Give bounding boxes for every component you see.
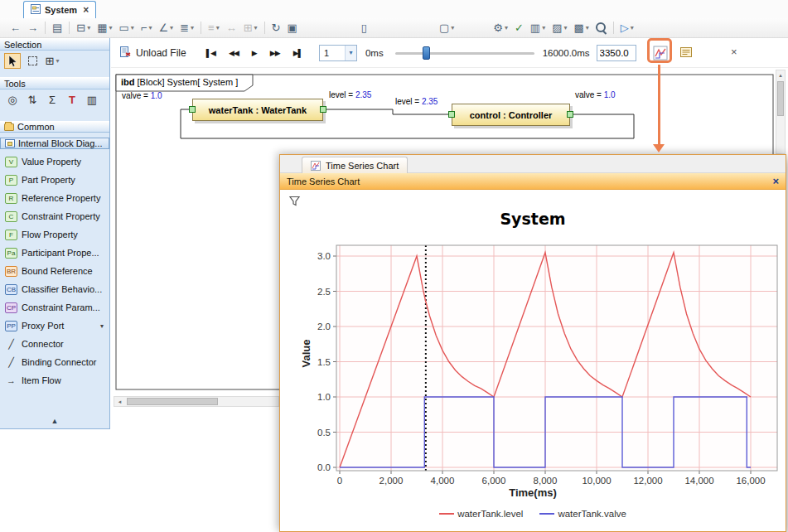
palette-item-bound-reference[interactable]: BRBound Reference: [0, 262, 109, 280]
palette-item-binding-connector[interactable]: ╱Binding Connector: [0, 353, 109, 371]
pattern-icon[interactable]: ▨▾: [549, 20, 569, 36]
skip-to-start-button[interactable]: ▌◀: [200, 46, 222, 60]
x-tick-label: 2,000: [379, 476, 404, 486]
paste-icon[interactable]: ▯: [359, 20, 370, 36]
palette-item-part-property[interactable]: PPart Property: [0, 171, 109, 189]
palette-item-value-property[interactable]: VValue Property: [0, 152, 109, 171]
palette-group-common[interactable]: Common: [0, 121, 109, 133]
marquee-tool-icon[interactable]: [24, 53, 41, 69]
value-label-valve-right: valve = 1.0: [575, 90, 616, 99]
horizontal-scrollbar-thumb[interactable]: [127, 398, 218, 405]
chevron-down-icon: ▾: [56, 57, 59, 65]
palette-item-icon: F: [5, 230, 17, 240]
connector-level[interactable]: [323, 109, 448, 114]
document-tab-bar: System ×: [0, 0, 788, 18]
palette-item-constraint-property[interactable]: CConstraint Property: [0, 207, 109, 225]
text-tool-icon[interactable]: T: [64, 92, 80, 108]
simulation-close-button[interactable]: ×: [731, 46, 737, 58]
speed-select[interactable]: 1 ▾: [319, 45, 357, 61]
cursor-tool-icon[interactable]: [4, 53, 21, 69]
back-icon[interactable]: ←: [7, 20, 23, 36]
palette-item-label: Participant Prope...: [22, 248, 99, 258]
palette-item-label: Constraint Property: [22, 211, 100, 221]
palette-item-item-flow[interactable]: →Item Flow: [0, 371, 109, 389]
snap-grid-tool-icon[interactable]: ⊞▾: [44, 53, 60, 69]
layout-icon[interactable]: ≣▾: [177, 20, 196, 36]
block-controller[interactable]: control : Controller: [452, 104, 570, 126]
chevron-down-icon[interactable]: ▾: [345, 46, 356, 60]
run-icon[interactable]: ▷▾: [618, 20, 636, 36]
chart-title: System: [280, 210, 786, 228]
diagram-aspects-icon[interactable]: ⊟▾: [74, 20, 93, 36]
block-watertank[interactable]: waterTank : WaterTank: [192, 99, 323, 121]
table-icon[interactable]: ▩▾: [571, 20, 591, 36]
palette-item-constraint-param[interactable]: CPConstraint Param...: [0, 298, 109, 317]
tools-row: ◎⇅ΣT▥: [0, 89, 109, 109]
time-slider[interactable]: [395, 45, 534, 61]
sum-tool-icon[interactable]: Σ: [44, 92, 60, 108]
palette-group-internal-block-diagram[interactable]: Internal Block Diag...: [0, 138, 109, 149]
comment-icon[interactable]: ▢▾: [437, 20, 457, 36]
port-controller-valve-out[interactable]: [567, 111, 573, 118]
unload-file-label: Unload File: [136, 47, 186, 59]
gear-icon[interactable]: ⚙▾: [491, 20, 510, 36]
value-label-valve-left: valve = 1.0: [122, 91, 162, 100]
time-end-label: 16000.0ms: [543, 48, 590, 58]
port-watertank-level-out[interactable]: [320, 106, 326, 113]
time-series-chart-button[interactable]: [651, 44, 670, 62]
containment-icon[interactable]: ▤: [50, 20, 65, 36]
main-toolbar: ←→▤⊟▾▦▾▭▾⌐▾∠▾≣▾≡▾↔⊞▾↻▣▯▢▾⚙▾✓▥▾▨▾▩▾▷▾: [0, 18, 788, 38]
palette-item-icon: P: [5, 175, 17, 186]
current-time-input[interactable]: [597, 45, 636, 61]
chevron-down-icon[interactable]: ▾: [100, 322, 104, 330]
compartments-icon[interactable]: ▦▾: [94, 20, 114, 36]
time-slider-track[interactable]: [395, 52, 534, 55]
play-button[interactable]: ▶: [245, 46, 263, 60]
rectilinear-path-icon[interactable]: ⌐▾: [138, 20, 155, 36]
report-icon[interactable]: ▥▾: [528, 20, 548, 36]
note-icon[interactable]: ▭▾: [117, 20, 137, 36]
scroll-up-icon[interactable]: ▴: [776, 70, 785, 80]
palette-item-classifier-behavio[interactable]: CBClassifier Behavio...: [0, 280, 109, 298]
document-tab-system[interactable]: System ×: [23, 1, 96, 18]
sticky-tool-icon[interactable]: ◎: [4, 92, 21, 108]
time-slider-handle[interactable]: [423, 46, 430, 60]
ibd-diagram-icon: [31, 4, 41, 16]
fast-forward-button[interactable]: ▶▶: [263, 46, 287, 60]
x-tick-label: 12,000: [633, 476, 662, 486]
palette-item-connector[interactable]: ╱Connector: [0, 335, 109, 353]
chart-icon: [653, 46, 668, 60]
palette-item-flow-property[interactable]: FFlow Property: [0, 225, 109, 244]
forward-icon[interactable]: →: [25, 20, 41, 36]
sidebar-collapse-button[interactable]: ▲: [0, 417, 109, 425]
port-watertank-valve-in[interactable]: [189, 106, 196, 113]
document-tab-close-icon[interactable]: ×: [83, 4, 89, 16]
palette-item-label: Part Property: [22, 175, 75, 185]
columns-tool-icon[interactable]: ▥: [84, 92, 100, 108]
vertical-scrollbar-thumb[interactable]: [777, 81, 784, 116]
swap-tool-icon[interactable]: ⇅: [24, 92, 41, 108]
palette-item-proxy-port[interactable]: PPProxy Port▾: [0, 317, 109, 335]
y-tick-label: 0.0: [317, 462, 331, 472]
palette-item-participant-prope[interactable]: PaParticipant Prope...: [0, 244, 109, 262]
skip-to-end-button[interactable]: ▶▌: [287, 46, 309, 60]
port-controller-level-in[interactable]: [448, 111, 455, 118]
zoom-icon[interactable]: [593, 20, 609, 36]
x-tick-label: 8,000: [534, 476, 558, 486]
image-shape-icon[interactable]: ▣: [284, 20, 299, 36]
vertical-scrollbar[interactable]: ▴: [776, 70, 786, 154]
scroll-left-icon[interactable]: ◂: [114, 399, 125, 405]
chart-legend: waterTank.levelwaterTank.valve: [280, 509, 786, 519]
step-back-button[interactable]: ◀◀: [222, 46, 245, 60]
refresh-icon[interactable]: ↻: [269, 20, 283, 36]
chevron-down-icon: ▾: [542, 24, 545, 31]
oblique-path-icon[interactable]: ∠▾: [156, 20, 176, 36]
unload-file-button[interactable]: Unload File: [119, 46, 186, 60]
simulation-config-button[interactable]: [679, 46, 693, 60]
check-icon[interactable]: ✓: [512, 20, 526, 36]
palette-item-icon: PP: [5, 321, 17, 331]
horizontal-scrollbar[interactable]: ◂: [114, 396, 279, 407]
palette-item-reference-property[interactable]: RReference Property: [0, 189, 109, 207]
y-axis-label: Value: [300, 329, 312, 379]
palette-item-label: Item Flow: [22, 375, 61, 385]
